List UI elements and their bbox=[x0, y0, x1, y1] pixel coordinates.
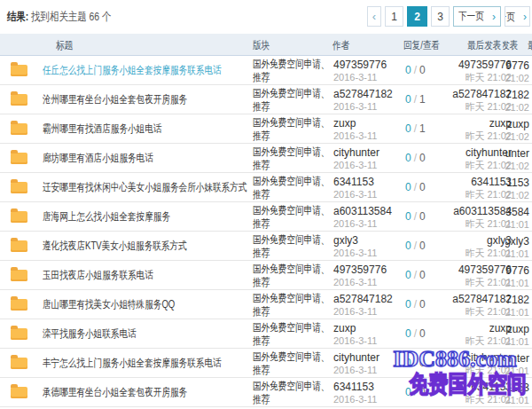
clipped-duplicate-cell: cityhunter 昨天 21:01 bbox=[505, 349, 532, 378]
thread-row: 迁安哪里有找休闲中心美女小姐服务会所小妹联系方式 国外免费空间申请、推荐 634… bbox=[0, 173, 532, 202]
clipped-duplicate-cell: gxly3 昨天 21:01 bbox=[505, 232, 532, 261]
last-post-cell: zuxp 昨天 21:01 bbox=[379, 322, 512, 347]
folder-icon bbox=[11, 123, 27, 135]
folder-icon bbox=[11, 153, 27, 164]
forum-link[interactable]: 国外免费空间申请、推荐 bbox=[253, 292, 332, 319]
table-header: 标题 版块 作者 回复/查看 最后发表 最后发表 最后发表 bbox=[0, 34, 532, 56]
last-post-cell: a603113584 昨天 21:01 bbox=[379, 205, 512, 230]
last-post-cell: 6341153 昨天 21:02 bbox=[379, 176, 512, 201]
last-poster-link[interactable]: a603113584 bbox=[379, 205, 512, 217]
thread-row: 沧州哪里有坐台小姐全套包夜开房服务 国外免费空间申请、推荐 a527847182… bbox=[0, 85, 532, 114]
clipped-duplicate-cell: zuxp 昨天 21:02 bbox=[505, 114, 532, 144]
last-post-time-link[interactable]: 昨天 21:01 bbox=[379, 334, 512, 347]
next-page-button-clipped-duplicate[interactable]: 下一页› bbox=[505, 6, 530, 27]
last-post-time-link[interactable]: 昨天 21:01 bbox=[379, 276, 512, 288]
clipped-duplicate-cell: 497359776 昨天 21:01 bbox=[505, 261, 532, 290]
thread-title-link[interactable]: 承德哪里有坐台小姐全套包夜开房服务 bbox=[43, 378, 251, 407]
thread-title-link[interactable]: 玉田找夜店小姐服务联系电话 bbox=[43, 261, 251, 290]
clipped-duplicate-cell: a527847182 昨天 21:02 bbox=[505, 85, 532, 114]
last-post-time-link[interactable]: 昨天 21:01 bbox=[379, 393, 512, 405]
last-poster-link[interactable]: gxly3 bbox=[379, 234, 512, 247]
last-poster-link[interactable]: a527847182 bbox=[379, 88, 512, 100]
last-post-cell: 497359776 昨天 21:01 bbox=[379, 263, 512, 288]
forum-link[interactable]: 国外免费空间申请、推荐 bbox=[253, 233, 332, 260]
forum-link[interactable]: 国外免费空间申请、推荐 bbox=[253, 175, 332, 201]
thread-title-link[interactable]: 廊坊哪里有酒店小姐服务电话 bbox=[43, 144, 251, 173]
last-poster-link[interactable]: cityhunter bbox=[379, 351, 512, 364]
last-post-time-link[interactable]: 昨天 21:01 bbox=[379, 305, 512, 318]
last-poster-link[interactable]: 6341153 bbox=[379, 381, 512, 393]
clipped-duplicate-cell: 497359776 昨天 21:02 bbox=[505, 56, 532, 85]
last-poster-link[interactable]: 497359776 bbox=[379, 59, 512, 71]
next-page-button[interactable]: 下一页› bbox=[453, 6, 501, 27]
thread-title-link[interactable]: 丰宁怎么找上门服务小姐全套按摩服务联系电话 bbox=[43, 349, 251, 378]
page-button-1[interactable]: 1 bbox=[385, 6, 403, 27]
thread-list: 任丘怎么找上门服务小姐全套按摩服务联系电话 国外免费空间申请、推荐 497359… bbox=[0, 56, 532, 407]
thread-title-link[interactable]: 唐海网上怎么找小姐全套按摩服务 bbox=[43, 202, 251, 232]
thread-row: 遵化找夜店KTV美女小姐服务联系方式 国外免费空间申请、推荐 gxly3 201… bbox=[0, 232, 532, 261]
column-header-replies-views: 回复/查看 bbox=[403, 38, 449, 53]
forum-link[interactable]: 国外免费空间申请、推荐 bbox=[253, 263, 332, 289]
column-header-partial-char: 最后发表 bbox=[528, 34, 532, 56]
last-post-time-link[interactable]: 昨天 21:02 bbox=[379, 159, 512, 171]
thread-title-link[interactable]: 迁安哪里有找休闲中心美女小姐服务会所小妹联系方式 bbox=[43, 173, 251, 202]
thread-title-link[interactable]: 遵化找夜店KTV美女小姐服务联系方式 bbox=[43, 232, 251, 261]
last-post-cell: zuxp 昨天 21:02 bbox=[379, 117, 512, 142]
last-post-time-link[interactable]: 昨天 21:02 bbox=[379, 130, 512, 142]
last-poster-link[interactable]: a527847182 bbox=[379, 293, 512, 305]
page-button-3[interactable]: 3 bbox=[431, 6, 450, 27]
forum-link[interactable]: 国外免费空间申请、推荐 bbox=[253, 87, 332, 114]
clipped-duplicate-cell: 6341153 昨天 21:01 bbox=[505, 378, 532, 407]
next-page-label: 下一页 bbox=[458, 9, 484, 24]
thread-title-link[interactable]: 沧州哪里有坐台小姐全套包夜开房服务 bbox=[43, 85, 251, 114]
thread-row: 任丘怎么找上门服务小姐全套按摩服务联系电话 国外免费空间申请、推荐 497359… bbox=[0, 56, 532, 85]
thread-row: 唐山哪里有找美女小姐特殊服务QQ 国外免费空间申请、推荐 a527847182 … bbox=[0, 290, 532, 319]
folder-icon bbox=[11, 65, 27, 76]
folder-icon bbox=[11, 328, 27, 340]
last-poster-link[interactable]: zuxp bbox=[379, 117, 512, 130]
page-button-2-active[interactable]: 2 bbox=[407, 6, 427, 27]
last-post-time-link[interactable]: 昨天 21:02 bbox=[379, 71, 512, 83]
last-post-time-link[interactable]: 昨天 21:01 bbox=[379, 217, 512, 230]
thread-row: 承德哪里有坐台小姐全套包夜开房服务 国外免费空间申请、推荐 6341153 20… bbox=[0, 378, 532, 407]
folder-icon bbox=[11, 358, 27, 369]
results-topbar: 结果: 找到相关主题 66 个 ‹ 1 2 3 下一页› 下一页› bbox=[0, 0, 532, 34]
last-poster-link[interactable]: zuxp bbox=[379, 322, 512, 334]
thread-row: 丰宁怎么找上门服务小姐全套按摩服务联系电话 国外免费空间申请、推荐 cityhu… bbox=[0, 349, 532, 378]
thread-title-link[interactable]: 滦平找服务小姐联系电话 bbox=[43, 319, 251, 349]
folder-icon bbox=[11, 211, 27, 223]
thread-row: 廊坊哪里有酒店小姐服务电话 国外免费空间申请、推荐 cityhunter 201… bbox=[0, 144, 532, 173]
last-poster-link[interactable]: 6341153 bbox=[379, 176, 512, 188]
thread-row: 滦平找服务小姐联系电话 国外免费空间申请、推荐 zuxp 2016-3-11 0… bbox=[0, 319, 532, 349]
last-poster-link[interactable]: 497359776 bbox=[379, 263, 512, 276]
column-header-title: 标题 bbox=[56, 38, 77, 53]
last-poster-link[interactable]: cityhunter bbox=[379, 146, 512, 159]
last-post-cell: a527847182 昨天 21:02 bbox=[379, 88, 512, 113]
chevron-right-icon: › bbox=[492, 11, 496, 23]
clipped-duplicate-cell: a527847182 昨天 21:01 bbox=[505, 290, 532, 319]
pagination: ‹ 1 2 3 下一页› 下一页› bbox=[364, 6, 530, 27]
chevron-right-icon: › bbox=[523, 11, 527, 23]
thread-title-link[interactable]: 任丘怎么找上门服务小姐全套按摩服务联系电话 bbox=[43, 56, 251, 85]
last-post-cell: cityhunter 昨天 21:01 bbox=[379, 351, 512, 376]
result-label: 结果: bbox=[7, 10, 28, 23]
last-post-time-link[interactable]: 昨天 21:02 bbox=[379, 188, 512, 201]
folder-icon bbox=[11, 182, 27, 193]
last-post-cell: a527847182 昨天 21:01 bbox=[379, 293, 512, 318]
thread-title-link[interactable]: 唐山哪里有找美女小姐特殊服务QQ bbox=[43, 290, 251, 319]
last-post-time-link[interactable]: 昨天 21:01 bbox=[379, 247, 512, 259]
forum-link[interactable]: 国外免费空间申请、推荐 bbox=[253, 204, 332, 231]
forum-link[interactable]: 国外免费空间申请、推荐 bbox=[253, 321, 332, 348]
last-post-cell: cityhunter 昨天 21:02 bbox=[379, 146, 512, 171]
thread-title-link[interactable]: 霸州哪里有找酒店服务小姐电话 bbox=[43, 114, 251, 144]
forum-link[interactable]: 国外免费空间申请、推荐 bbox=[253, 116, 332, 143]
last-post-cell: 6341153 昨天 21:01 bbox=[379, 381, 512, 405]
last-post-time-link[interactable]: 昨天 21:02 bbox=[379, 100, 512, 113]
forum-link[interactable]: 国外免费空间申请、推荐 bbox=[253, 380, 332, 406]
forum-link[interactable]: 国外免费空间申请、推荐 bbox=[253, 350, 332, 377]
forum-search-results-page: 结果: 找到相关主题 66 个 ‹ 1 2 3 下一页› 下一页› 标题 版块 … bbox=[0, 0, 532, 409]
prev-page-button[interactable]: ‹ bbox=[367, 6, 381, 27]
forum-link[interactable]: 国外免费空间申请、推荐 bbox=[253, 58, 332, 84]
forum-link[interactable]: 国外免费空间申请、推荐 bbox=[253, 146, 332, 172]
last-post-time-link[interactable]: 昨天 21:01 bbox=[379, 364, 512, 376]
